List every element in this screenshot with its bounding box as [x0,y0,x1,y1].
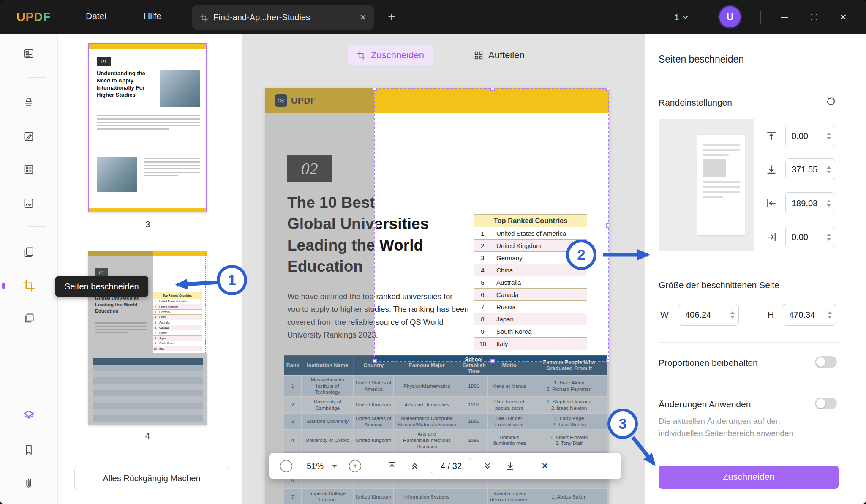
panel-divider [659,342,839,343]
thumb-dim-overlay [153,353,207,425]
zoom-out-button[interactable]: − [280,460,292,472]
page-number-label: 4 [88,430,207,441]
crop-handle[interactable] [606,223,609,228]
callout-1: 1 [217,265,247,295]
annotate-button[interactable] [20,94,37,111]
value-stepper[interactable] [828,304,832,325]
maximize-button[interactable] [802,0,825,34]
margin-top-input[interactable]: 0.00 [785,125,835,147]
pencil-page-icon [23,131,35,142]
crop-handle[interactable] [373,223,377,228]
width-input[interactable]: 406.24 [679,304,739,326]
page-thumbnail-3[interactable]: 01 Understanding the Need to Apply Inter… [88,43,207,212]
keep-proportions-toggle[interactable] [815,356,837,368]
page-number-label: 3 [88,219,207,229]
apply-changes-toggle[interactable] [815,398,837,409]
apply-changes-description: Die aktuellen Änderungen auf den individ… [659,415,806,439]
updf-logo: UPDF [16,10,51,24]
active-tool-indicator [2,283,5,289]
height-input[interactable]: 470.34 [783,304,836,326]
callout-3: 3 [607,409,638,439]
close-button[interactable]: ✕ [831,0,855,34]
tab-zuschneiden[interactable]: Zuschneiden [348,45,433,65]
margin-right-row: 0.00 [765,226,835,248]
previous-page-button[interactable] [410,461,420,471]
page-layers-button[interactable] [20,407,37,424]
zoom-level[interactable]: 51% [302,461,328,471]
user-avatar[interactable]: U [719,6,741,27]
crop-handle[interactable] [373,359,377,363]
thumb-page3-title: Understanding the Need to Apply Internat… [97,70,157,99]
layers-icon [22,409,35,422]
crop-tool-tooltip: Seiten beschneiden [55,276,148,297]
margin-bottom-input[interactable]: 371.55 [785,158,835,180]
organize-pages-button[interactable] [20,244,37,261]
value-stepper[interactable] [827,125,831,147]
height-label: H [768,310,774,320]
value-stepper[interactable] [827,159,831,180]
thumb-photo [97,157,137,192]
crop-pages-button[interactable] [20,277,37,294]
attachments-button[interactable] [20,475,37,492]
tab-aufteilen[interactable]: Aufteilen [466,45,533,65]
reader-view-button[interactable] [20,45,37,62]
reset-margins-button[interactable] [824,94,838,108]
first-page-button[interactable] [387,461,397,471]
toolbar-close-button[interactable]: ✕ [541,461,549,471]
pages-icon [23,246,35,258]
size-heading: Größe der beschnittenen Seite [659,280,779,290]
forms-button[interactable] [20,161,37,178]
margin-right-input[interactable]: 0.00 [785,226,835,248]
thumb-photo [160,70,200,107]
value-stepper[interactable] [827,193,831,214]
tab-aufteilen-label: Aufteilen [488,50,525,61]
crop-handle[interactable] [606,88,609,91]
undo-all-button[interactable]: Alles Rückgängig Machen [74,466,229,490]
document-page: UPDF 02 The 10 Best Global Universities … [265,88,609,504]
margin-left-row: 189.03 [765,192,835,214]
tool-rail [0,34,58,504]
value-stepper[interactable] [730,304,735,325]
crop-selection[interactable] [374,88,609,362]
last-page-button[interactable] [505,461,515,471]
crop-handle[interactable] [490,88,495,91]
crop-handle[interactable] [490,359,495,363]
paperclip-icon [23,477,35,489]
thumb-crop-outline [152,253,206,353]
titlebar-separator [760,11,761,24]
margin-left-input[interactable]: 189.03 [785,192,835,214]
toolbar-divider [374,460,374,473]
tab-document-icon [200,14,208,22]
chevron-down-icon [683,14,688,19]
zoom-dropdown-icon[interactable] [332,465,337,468]
margin-top-icon [765,130,778,142]
crop-dim-overlay [374,362,609,504]
menu-hilfe[interactable]: Hilfe [144,11,161,21]
bookmarks-button[interactable] [20,441,37,458]
menu-datei[interactable]: Datei [86,11,106,21]
minimize-button[interactable] [772,0,796,34]
new-tab-button[interactable]: + [382,8,401,26]
window-count-dropdown[interactable]: 1 [674,0,687,34]
crop-preview [659,119,754,251]
margin-bottom-icon [765,163,778,176]
copy-pages-icon [23,313,35,324]
thumb-text-lines [97,115,200,132]
value-stepper[interactable] [827,226,831,248]
crop-handle[interactable] [373,88,377,91]
crop-handle[interactable] [606,359,609,363]
extract-pages-button[interactable] [20,310,37,327]
crop-panel: Seiten beschneiden Randeinstellungen 0.0… [645,34,866,504]
keep-proportions-label: Proportionen beibehalten [659,358,758,368]
tab-close-button[interactable]: ✕ [359,13,366,22]
callout-arrow-3 [625,430,672,477]
next-page-button[interactable] [482,461,493,471]
margin-left-icon [765,197,778,210]
thumb-text-lines [144,158,200,178]
zoom-in-button[interactable]: + [349,460,361,472]
zuschneiden-button[interactable]: Zuschneiden [659,466,839,489]
edit-button[interactable] [20,128,37,145]
document-tab[interactable]: Find-and-Ap...her-Studies ✕ [192,5,374,30]
page-indicator[interactable]: 4 / 32 [431,458,471,474]
sign-button[interactable] [20,195,37,212]
